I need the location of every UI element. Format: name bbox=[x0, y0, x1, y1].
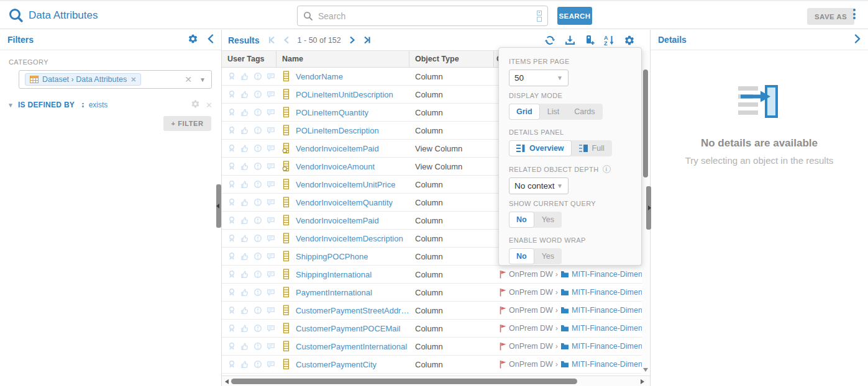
filter-operator[interactable]: exists bbox=[89, 101, 108, 109]
comment-bubble-icon[interactable] bbox=[267, 306, 275, 315]
comment-bubble-icon[interactable] bbox=[267, 180, 275, 189]
thumbs-up-icon[interactable] bbox=[240, 324, 249, 333]
sort-az-icon[interactable]: AZ bbox=[604, 35, 614, 45]
items-per-page-select[interactable]: 50 ▼ bbox=[509, 70, 569, 86]
scroll-left-arrow-icon[interactable] bbox=[225, 379, 229, 384]
warning-circle-icon[interactable] bbox=[254, 126, 262, 135]
warning-circle-icon[interactable] bbox=[254, 288, 262, 297]
object-name-link[interactable]: ShippingInternational bbox=[296, 270, 372, 279]
comment-bubble-icon[interactable] bbox=[267, 126, 275, 135]
warning-circle-icon[interactable] bbox=[254, 342, 262, 351]
warning-circle-icon[interactable] bbox=[254, 360, 262, 369]
comment-bubble-icon[interactable] bbox=[267, 342, 275, 351]
next-page-icon[interactable] bbox=[349, 36, 355, 44]
object-name-link[interactable]: PaymentInternational bbox=[296, 288, 372, 297]
context-folder-link[interactable]: MITI-Finance-Dimensiona bbox=[572, 360, 642, 369]
comment-bubble-icon[interactable] bbox=[267, 288, 275, 297]
thumbs-up-icon[interactable] bbox=[240, 162, 249, 171]
thumbs-up-icon[interactable] bbox=[240, 108, 249, 117]
object-name-link[interactable]: CustomerPaymentPOCEMail bbox=[296, 324, 400, 333]
horizontal-scrollbar[interactable] bbox=[222, 375, 650, 386]
search-button[interactable]: SEARCH bbox=[557, 7, 592, 25]
context-folder-link[interactable]: MITI-Finance-Dimensiona bbox=[572, 324, 642, 333]
object-name-link[interactable]: CustomerPaymentInternational bbox=[296, 342, 407, 351]
context-source[interactable]: OnPrem DW bbox=[509, 306, 553, 315]
first-page-icon[interactable] bbox=[268, 36, 276, 44]
search-bar[interactable] bbox=[297, 6, 548, 26]
endorsement-medal-icon[interactable] bbox=[227, 234, 236, 243]
search-input[interactable] bbox=[318, 11, 537, 21]
column-header-name[interactable]: Name bbox=[276, 51, 409, 67]
context-folder-link[interactable]: MITI-Finance-Dimensiona bbox=[572, 270, 642, 279]
thumbs-up-icon[interactable] bbox=[240, 90, 249, 99]
thumbs-up-icon[interactable] bbox=[240, 198, 249, 207]
table-row[interactable]: PaymentInternational Column OnPrem DW › … bbox=[222, 284, 642, 302]
endorsement-medal-icon[interactable] bbox=[227, 306, 236, 315]
endorsement-medal-icon[interactable] bbox=[227, 216, 236, 225]
expand-details-chevron-icon[interactable] bbox=[854, 34, 861, 46]
endorsement-medal-icon[interactable] bbox=[227, 144, 236, 153]
display-mode-cards[interactable]: Cards bbox=[567, 104, 602, 120]
results-settings-gear-icon[interactable] bbox=[624, 35, 635, 46]
endorsement-medal-icon[interactable] bbox=[227, 342, 236, 351]
comment-bubble-icon[interactable] bbox=[267, 90, 275, 99]
thumbs-up-icon[interactable] bbox=[240, 216, 249, 225]
endorsement-medal-icon[interactable] bbox=[227, 126, 236, 135]
warning-circle-icon[interactable] bbox=[254, 306, 262, 315]
warning-circle-icon[interactable] bbox=[254, 216, 262, 225]
context-source[interactable]: OnPrem DW bbox=[509, 270, 553, 279]
comment-bubble-icon[interactable] bbox=[267, 216, 275, 225]
object-name-link[interactable]: VendorInvoiceItemDescription bbox=[296, 234, 403, 243]
enable-word-wrap-no[interactable]: No bbox=[509, 248, 534, 264]
warning-circle-icon[interactable] bbox=[254, 72, 262, 81]
object-name-link[interactable]: POLineItemDescription bbox=[296, 126, 379, 135]
warning-circle-icon[interactable] bbox=[254, 108, 262, 117]
endorsement-medal-icon[interactable] bbox=[227, 72, 236, 81]
table-row[interactable]: CustomerPaymentPOCEMail Column OnPrem DW… bbox=[222, 320, 642, 338]
object-name-link[interactable]: VendorInvoiceItemUnitPrice bbox=[296, 180, 395, 189]
endorsement-medal-icon[interactable] bbox=[227, 108, 236, 117]
related-object-depth-select[interactable]: No context ▼ bbox=[509, 177, 569, 194]
column-header-user-tags[interactable]: User Tags bbox=[222, 51, 276, 67]
warning-circle-icon[interactable] bbox=[254, 252, 262, 261]
save-as-button[interactable]: SAVE AS bbox=[807, 8, 854, 25]
refresh-icon[interactable] bbox=[544, 35, 555, 46]
input-method-icon[interactable] bbox=[537, 11, 542, 22]
add-filter-button[interactable]: + FILTER bbox=[163, 116, 211, 131]
thumbs-up-icon[interactable] bbox=[240, 342, 249, 351]
comment-bubble-icon[interactable] bbox=[267, 324, 275, 333]
clear-category-icon[interactable]: ✕ bbox=[185, 74, 192, 84]
last-page-icon[interactable] bbox=[362, 36, 371, 44]
comment-bubble-icon[interactable] bbox=[267, 252, 275, 261]
warning-circle-icon[interactable] bbox=[254, 180, 262, 189]
comment-bubble-icon[interactable] bbox=[267, 72, 275, 81]
object-name-link[interactable]: VendorInvoiceItemPaid bbox=[296, 144, 379, 153]
object-name-link[interactable]: CustomerPaymentCity bbox=[296, 360, 377, 369]
endorsement-medal-icon[interactable] bbox=[227, 324, 236, 333]
filters-settings-gear-icon[interactable] bbox=[188, 34, 198, 47]
object-name-link[interactable]: ShippingPOCPhone bbox=[296, 252, 368, 261]
warning-circle-icon[interactable] bbox=[254, 198, 262, 207]
display-mode-grid[interactable]: Grid bbox=[509, 104, 540, 120]
category-select[interactable]: Dataset › Data Attributes ✕ ✕ ▼ bbox=[19, 70, 212, 89]
category-tag[interactable]: Dataset › Data Attributes ✕ bbox=[25, 73, 141, 86]
thumbs-up-icon[interactable] bbox=[240, 126, 249, 135]
table-row[interactable]: CustomerPaymentStreetAddre... Column OnP… bbox=[222, 302, 642, 320]
warning-circle-icon[interactable] bbox=[254, 270, 262, 279]
thumbs-up-icon[interactable] bbox=[240, 180, 249, 189]
object-name-link[interactable]: POLineItemQuantity bbox=[296, 108, 368, 117]
column-header-object-type[interactable]: Object Type bbox=[409, 51, 494, 67]
endorsement-medal-icon[interactable] bbox=[227, 288, 236, 297]
thumbs-up-icon[interactable] bbox=[240, 360, 249, 369]
context-source[interactable]: OnPrem DW bbox=[509, 342, 553, 351]
object-name-link[interactable]: CustomerPaymentStreetAddre... bbox=[296, 306, 409, 315]
object-name-link[interactable]: VendorInvoiceAmount bbox=[296, 162, 375, 171]
thumbs-up-icon[interactable] bbox=[240, 72, 249, 81]
object-name-link[interactable]: VendorName bbox=[296, 72, 343, 81]
info-icon[interactable]: i bbox=[603, 165, 611, 173]
details-panel-overview[interactable]: Overview bbox=[509, 140, 572, 156]
context-source[interactable]: OnPrem DW bbox=[509, 360, 553, 369]
table-row[interactable]: CustomerPaymentCity Column OnPrem DW › M… bbox=[222, 356, 642, 374]
show-current-query-yes[interactable]: Yes bbox=[534, 212, 562, 228]
thumbs-up-icon[interactable] bbox=[240, 288, 249, 297]
